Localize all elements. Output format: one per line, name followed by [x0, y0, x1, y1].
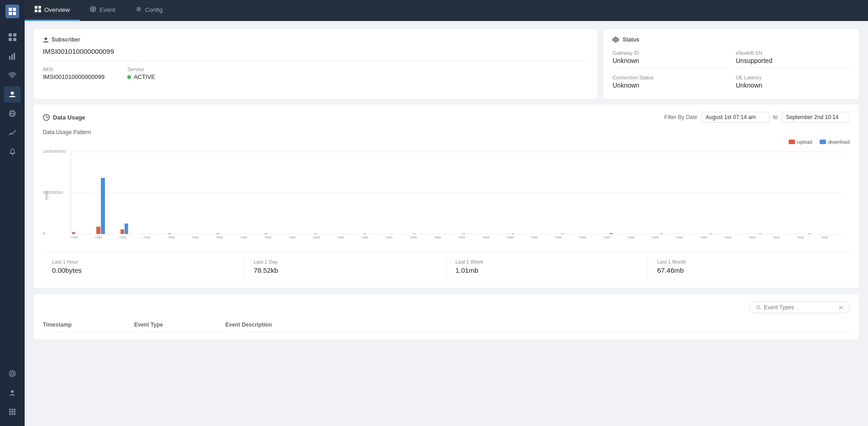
- stat-week-value: 1.01mb: [456, 266, 639, 274]
- svg-rect-59: [364, 234, 366, 234]
- svg-rect-65: [610, 233, 613, 234]
- sidebar-bottom: [4, 364, 21, 421]
- svg-rect-2: [9, 12, 12, 15]
- stats-row: Last 1 Hour 0.00bytes Last 1 Day 78.52kb…: [43, 252, 850, 281]
- svg-text:7AM: 7AM: [95, 235, 102, 239]
- svg-rect-58: [314, 234, 317, 234]
- sidebar-icon-globe[interactable]: [4, 105, 21, 122]
- svg-text:7AM: 7AM: [167, 235, 175, 239]
- event-types-search[interactable]: [749, 301, 850, 313]
- svg-text:7AM: 7AM: [603, 235, 610, 239]
- status-item-enodeb: eNodeB SN Unsupported: [736, 47, 850, 68]
- svg-rect-1: [13, 8, 16, 11]
- status-grid: Gateway ID Unknown eNodeB SN Unsupported…: [613, 47, 850, 92]
- date-to-input[interactable]: [781, 112, 850, 123]
- status-section-title: Status: [613, 36, 850, 43]
- sidebar-icon-grid[interactable]: [4, 29, 21, 45]
- data-usage-section: Data Usage Filter By Date to Data Usage …: [34, 104, 859, 288]
- svg-point-12: [11, 92, 14, 95]
- svg-text:7AM: 7AM: [288, 235, 296, 239]
- sidebar-icon-apps[interactable]: [4, 404, 21, 420]
- service-label: Service: [127, 67, 155, 72]
- sidebar-icon-wifi[interactable]: [4, 67, 21, 83]
- svg-point-34: [92, 8, 94, 10]
- app-logo[interactable]: [5, 5, 19, 18]
- svg-point-20: [9, 409, 11, 410]
- sidebar-icon-user[interactable]: [4, 86, 21, 103]
- sidebar-icon-chart[interactable]: [4, 48, 21, 64]
- connection-label: Connection Status: [613, 75, 727, 80]
- data-usage-header: Data Usage Filter By Date to: [43, 112, 850, 123]
- chart-area: 100000000 50000000 0: [43, 147, 850, 248]
- enodeb-value: Unsupported: [736, 57, 850, 64]
- svg-rect-3: [13, 12, 16, 15]
- svg-text:7AM: 7AM: [119, 235, 126, 239]
- event-icon: [90, 6, 96, 14]
- stat-hour-label: Last 1 Hour: [52, 259, 235, 265]
- svg-rect-52: [101, 178, 105, 234]
- col-event-desc: Event Description: [225, 322, 850, 328]
- subscriber-imsi-main: IMSI001010000000099: [43, 47, 588, 61]
- svg-text:7AM: 7AM: [410, 235, 417, 239]
- clear-search-icon[interactable]: [839, 305, 843, 310]
- chart-title: Data Usage Pattern: [43, 129, 850, 135]
- event-types-input[interactable]: [764, 304, 836, 311]
- svg-text:7AM: 7AM: [748, 235, 756, 239]
- svg-point-27: [11, 413, 13, 415]
- svg-text:7AM: 7AM: [434, 235, 441, 239]
- svg-text:7AM: 7AM: [337, 235, 344, 239]
- status-item-latency: UE Latency Unknown: [736, 72, 850, 92]
- svg-point-19: [11, 390, 14, 393]
- tab-overview[interactable]: Overview: [25, 0, 80, 21]
- svg-point-36: [45, 37, 47, 40]
- sidebar-icon-profile[interactable]: [4, 384, 21, 401]
- connection-value: Unknown: [613, 82, 727, 89]
- svg-point-21: [11, 409, 13, 410]
- tab-event-label: Event: [99, 6, 115, 13]
- svg-rect-66: [660, 234, 663, 234]
- sidebar-icon-bell[interactable]: [4, 144, 21, 160]
- svg-rect-49: [72, 232, 75, 234]
- svg-text:7AM: 7AM: [773, 235, 780, 239]
- sidebar-icon-api[interactable]: [4, 365, 21, 382]
- tab-config[interactable]: Config: [125, 0, 173, 21]
- svg-line-106: [759, 308, 760, 309]
- svg-point-28: [14, 413, 16, 415]
- stat-day-value: 78.52kb: [254, 266, 437, 274]
- svg-rect-10: [14, 53, 15, 60]
- svg-rect-68: [759, 234, 762, 234]
- stat-day-label: Last 1 Day: [254, 259, 437, 265]
- svg-rect-57: [265, 234, 268, 234]
- legend-download-color: [820, 140, 826, 144]
- svg-rect-61: [463, 234, 465, 234]
- config-icon: [135, 6, 142, 14]
- gateway-label: Gateway ID: [613, 50, 727, 56]
- svg-rect-51: [96, 227, 100, 234]
- svg-text:7AM: 7AM: [482, 235, 489, 239]
- stat-last-week: Last 1 Week 1.01mb: [447, 253, 648, 281]
- data-usage-title: Data Usage: [43, 114, 85, 121]
- svg-text:7AM: 7AM: [216, 235, 223, 239]
- enodeb-label: eNodeB SN: [736, 50, 850, 56]
- svg-text:Bytes: Bytes: [44, 191, 49, 200]
- col-event-type: Event Type: [134, 322, 225, 328]
- date-from-input[interactable]: [701, 112, 769, 123]
- svg-text:7AM: 7AM: [700, 235, 707, 239]
- tab-event[interactable]: Event: [80, 0, 125, 21]
- svg-text:7AM: 7AM: [555, 235, 562, 239]
- stat-last-day: Last 1 Day 78.52kb: [244, 253, 446, 281]
- svg-rect-37: [613, 38, 613, 41]
- svg-rect-40: [617, 37, 618, 42]
- svg-point-25: [14, 411, 16, 413]
- service-status-dot: [127, 75, 131, 79]
- stat-week-label: Last 1 Week: [456, 259, 639, 265]
- svg-rect-69: [808, 234, 811, 234]
- page-body: Subscriber IMSI001010000000099 IMSI IMSI…: [25, 21, 868, 426]
- imsi-value: IMSI001010000000099: [43, 73, 104, 80]
- svg-rect-30: [38, 6, 41, 9]
- sidebar-icon-trending[interactable]: [4, 125, 21, 141]
- svg-rect-8: [9, 56, 10, 60]
- svg-text:7AM: 7AM: [676, 235, 683, 239]
- date-to-separator: to: [773, 114, 778, 120]
- events-search-row: [43, 301, 850, 313]
